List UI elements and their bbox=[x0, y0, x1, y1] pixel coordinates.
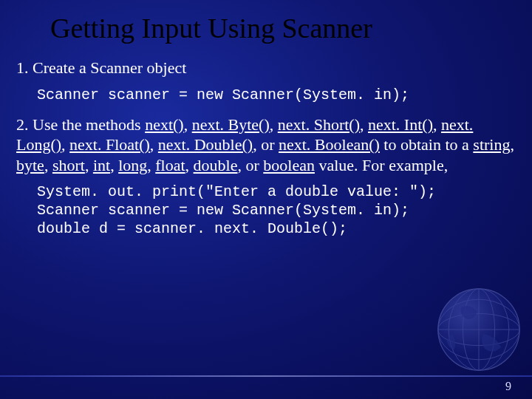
method-nextint: next. Int() bbox=[368, 115, 433, 134]
type-boolean: boolean bbox=[263, 156, 315, 174]
globe-icon bbox=[434, 285, 523, 374]
type-double: double bbox=[194, 156, 238, 174]
step-1-code: Scanner scanner = new Scanner(System. in… bbox=[37, 86, 514, 104]
step-2-text: 2. Use the methods next(), next. Byte(),… bbox=[16, 115, 514, 176]
method-nextdouble: next. Double() bbox=[158, 135, 253, 154]
type-float: float bbox=[155, 156, 185, 174]
page-number: 9 bbox=[505, 380, 511, 393]
type-short: short bbox=[52, 156, 85, 174]
slide-body: 1. Create a Scanner object Scanner scann… bbox=[0, 58, 532, 238]
type-byte: byte bbox=[16, 156, 44, 174]
method-nextboolean: next. Boolean() bbox=[279, 135, 380, 154]
method-nextfloat: next. Float() bbox=[69, 135, 150, 154]
slide-title: Getting Input Using Scanner bbox=[50, 12, 532, 44]
method-nextbyte: next. Byte() bbox=[192, 115, 270, 134]
type-long: long bbox=[118, 156, 147, 174]
type-string: string bbox=[473, 135, 510, 154]
footer-divider bbox=[0, 375, 532, 377]
method-next: next() bbox=[145, 115, 184, 134]
step-1-label: 1. Create a Scanner object bbox=[16, 58, 514, 78]
method-nextshort: next. Short() bbox=[278, 115, 360, 134]
step-2-code: System. out. print("Enter a double value… bbox=[37, 183, 514, 238]
type-int: int bbox=[93, 156, 110, 174]
